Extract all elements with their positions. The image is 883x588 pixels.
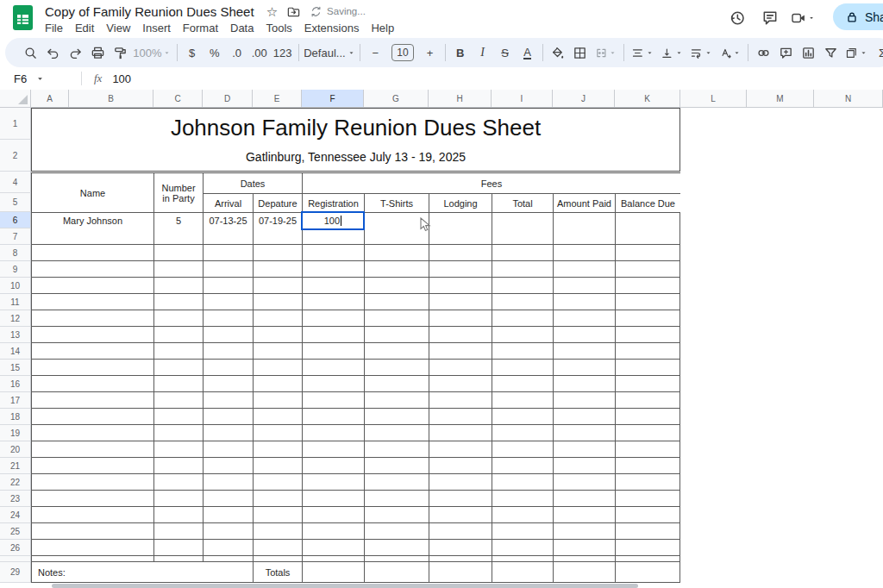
empty-cell[interactable] xyxy=(32,491,154,506)
empty-cell[interactable] xyxy=(303,278,365,293)
column-header-d[interactable]: D xyxy=(203,90,253,108)
empty-cell[interactable] xyxy=(254,491,303,506)
row-header-24[interactable]: 24 xyxy=(0,507,31,523)
empty-cell[interactable] xyxy=(204,409,254,424)
version-history-icon[interactable] xyxy=(725,6,749,30)
cell-total-balance-due[interactable] xyxy=(616,562,681,582)
empty-cell[interactable] xyxy=(254,261,303,277)
toolbar-zoom-button[interactable]: 100% xyxy=(132,41,172,64)
menu-file[interactable]: File xyxy=(39,21,69,36)
toolbar-increase-decimals-button[interactable]: .00 xyxy=(249,41,270,64)
empty-cell[interactable] xyxy=(554,376,616,391)
empty-cell[interactable] xyxy=(616,540,681,555)
column-header-g[interactable]: G xyxy=(364,90,429,108)
toolbar-more-formats-button[interactable]: 123 xyxy=(272,41,294,64)
empty-cell[interactable] xyxy=(554,294,616,310)
column-header-b[interactable]: B xyxy=(69,90,153,108)
column-header-k[interactable]: K xyxy=(615,90,680,108)
empty-cell[interactable] xyxy=(554,540,616,555)
empty-cell[interactable] xyxy=(303,491,365,506)
empty-cell[interactable] xyxy=(303,441,365,457)
empty-cell[interactable] xyxy=(254,556,303,561)
empty-cell[interactable] xyxy=(32,556,154,561)
formula-input[interactable]: 100 xyxy=(112,72,131,85)
empty-cell[interactable] xyxy=(365,278,429,293)
row-header-12[interactable]: 12 xyxy=(0,310,31,327)
empty-cell[interactable] xyxy=(303,556,365,561)
empty-cell[interactable] xyxy=(429,245,492,260)
cell-total-amount-paid[interactable] xyxy=(554,562,616,582)
toolbar-font-size-button[interactable]: 10 xyxy=(387,41,417,64)
empty-cell[interactable] xyxy=(154,376,204,391)
empty-cell[interactable] xyxy=(429,491,492,506)
active-cell-editor-f6[interactable]: 100 xyxy=(301,211,365,230)
toolbar-merge-cells-button[interactable] xyxy=(592,41,620,64)
empty-cell[interactable] xyxy=(32,294,154,310)
toolbar-insert-link-button[interactable] xyxy=(753,41,773,64)
empty-cell[interactable] xyxy=(616,228,681,244)
document-title[interactable]: Copy of Family Reunion Dues Sheet xyxy=(45,4,254,19)
cell-departure-e6[interactable]: 07-19-25 xyxy=(254,213,303,228)
empty-cell[interactable] xyxy=(32,409,154,424)
empty-cell[interactable] xyxy=(492,228,554,244)
empty-cell[interactable] xyxy=(616,523,681,539)
empty-cell[interactable] xyxy=(365,294,429,310)
empty-cell[interactable] xyxy=(204,310,254,326)
header-cell-party[interactable]: Number in Party xyxy=(154,173,204,212)
row-header-9[interactable]: 9 xyxy=(0,261,31,278)
empty-cell[interactable] xyxy=(204,474,254,490)
comment-history-icon[interactable] xyxy=(758,6,782,30)
empty-cell[interactable] xyxy=(492,523,554,539)
empty-cell[interactable] xyxy=(616,245,681,260)
empty-cell[interactable] xyxy=(254,458,303,473)
toolbar-borders-button[interactable] xyxy=(570,41,591,64)
row-header-7[interactable]: 7 xyxy=(0,228,31,245)
header-cell-amount-paid[interactable]: Amount Paid xyxy=(554,194,616,212)
empty-cell[interactable] xyxy=(429,294,492,310)
empty-cell[interactable] xyxy=(254,245,303,260)
row-header-6[interactable]: 6 xyxy=(0,212,31,228)
empty-cell[interactable] xyxy=(492,392,554,408)
empty-cell[interactable] xyxy=(429,507,492,522)
empty-cell[interactable] xyxy=(554,507,616,522)
empty-cell[interactable] xyxy=(204,523,254,539)
empty-cell[interactable] xyxy=(204,491,254,506)
menu-view[interactable]: View xyxy=(100,21,136,36)
empty-cell[interactable] xyxy=(365,491,429,506)
toolbar-search-button[interactable] xyxy=(20,41,41,64)
toolbar-increase-font-size-button[interactable]: + xyxy=(420,41,441,64)
row-header-22[interactable]: 22 xyxy=(0,474,31,491)
empty-cell[interactable] xyxy=(154,507,204,522)
empty-cell[interactable] xyxy=(365,327,429,342)
empty-cell[interactable] xyxy=(154,441,204,457)
toolbar-insert-comment-button[interactable] xyxy=(775,41,796,64)
empty-cell[interactable] xyxy=(429,540,492,555)
toolbar-decrease-decimals-button[interactable]: .0 xyxy=(227,41,247,64)
empty-cell[interactable] xyxy=(429,523,492,539)
empty-cell[interactable] xyxy=(254,310,303,326)
horizontal-scrollbar[interactable] xyxy=(52,584,638,588)
empty-cell[interactable] xyxy=(492,425,554,441)
empty-cell[interactable] xyxy=(554,556,616,561)
empty-cell[interactable] xyxy=(204,556,254,561)
meet-camera-icon[interactable] xyxy=(791,6,815,30)
sheets-logo-icon[interactable] xyxy=(12,4,34,35)
menu-data[interactable]: Data xyxy=(224,21,260,36)
toolbar-insert-chart-button[interactable] xyxy=(798,41,818,64)
empty-cell[interactable] xyxy=(204,261,254,277)
empty-cell[interactable] xyxy=(154,392,204,408)
empty-cell[interactable] xyxy=(303,327,365,342)
empty-cell[interactable] xyxy=(32,245,154,260)
row-header-17[interactable]: 17 xyxy=(0,392,31,409)
header-cell-name[interactable]: Name xyxy=(32,173,154,212)
empty-cell[interactable] xyxy=(32,327,154,342)
empty-cell[interactable] xyxy=(492,507,554,522)
row-header-29[interactable]: 29 xyxy=(0,562,31,583)
empty-cell[interactable] xyxy=(204,327,254,342)
toolbar-text-wrapping-button[interactable] xyxy=(687,41,715,64)
empty-cell[interactable] xyxy=(616,278,681,293)
empty-cell[interactable] xyxy=(154,491,204,506)
empty-cell[interactable] xyxy=(554,392,616,408)
empty-cell[interactable] xyxy=(254,392,303,408)
toolbar-functions-button[interactable]: Σ xyxy=(872,41,883,64)
